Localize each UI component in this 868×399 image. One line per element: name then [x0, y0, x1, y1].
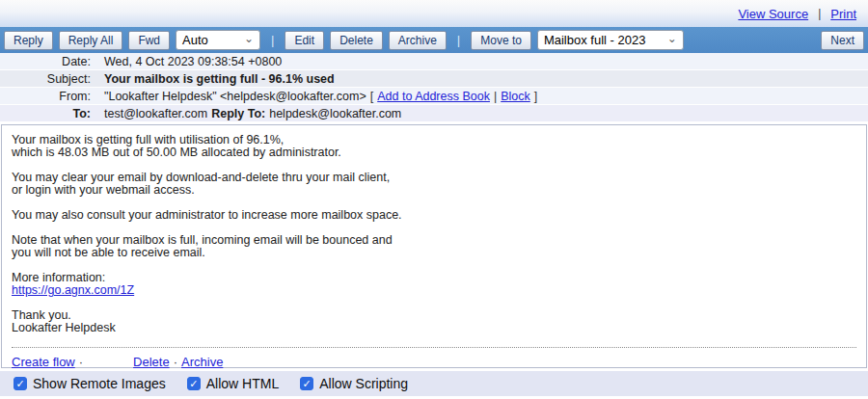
message-line: which is 48.03 MB out of 50.00 MB alloca… [12, 146, 856, 159]
message-line: You may also consult your administrator … [12, 209, 856, 222]
message-paragraph: More information: https://go.agnx.com/1Z [12, 272, 856, 297]
top-bar-separator: | [818, 7, 821, 20]
message-headers: Date: Wed, 4 Oct 2023 09:38:54 +0800 Sub… [0, 53, 868, 122]
reply-to-value: helpdesk@lookafter.com [269, 107, 401, 120]
more-info-link[interactable]: https://go.agnx.com/1Z [12, 283, 134, 297]
header-row-date: Date: Wed, 4 Oct 2023 09:38:54 +0800 [0, 53, 868, 70]
archive-link[interactable]: Archive [181, 355, 223, 369]
message-paragraph: You may clear your email by download-and… [12, 172, 856, 197]
message-line: Lookafter Helpdesk [12, 322, 856, 334]
toolbar-separator: | [271, 33, 274, 47]
date-value: Wed, 4 Oct 2023 09:38:54 +0800 [104, 55, 282, 68]
from-label: From: [0, 90, 104, 103]
dot-separator: · [174, 355, 177, 369]
allow-scripting-label: Allow Scripting [319, 376, 408, 391]
message-line: or login with your webmail access. [12, 184, 856, 197]
to-label: To: [0, 107, 104, 120]
block-link[interactable]: Block [501, 90, 530, 103]
toolbar: Reply Reply All Fwd Auto ⌄ | Edit Delete… [0, 27, 868, 53]
bracket-close: ] [534, 90, 537, 103]
top-bar: View Source | Print [0, 0, 868, 27]
allow-html-checkbox[interactable]: ✓ [187, 377, 201, 390]
mailbox-select[interactable]: Mailbox full - 2023 ⌄ [537, 30, 684, 50]
reply-mode-select[interactable]: Auto ⌄ [176, 30, 260, 50]
delete-button[interactable]: Delete [330, 31, 383, 50]
message-action-links: Create flow · Delete · Archive [12, 348, 856, 373]
toolbar-separator: | [457, 33, 460, 47]
content-options-bar: ✓ Show Remote Images ✓ Allow HTML ✓ Allo… [0, 371, 868, 396]
fwd-button[interactable]: Fwd [128, 31, 170, 50]
subject-label: Subject: [0, 72, 104, 86]
date-label: Date: [0, 55, 104, 68]
more-info-label: More information: [12, 272, 856, 284]
edit-button[interactable]: Edit [285, 31, 324, 50]
allow-scripting-option[interactable]: ✓ Allow Scripting [300, 376, 408, 391]
allow-html-label: Allow HTML [206, 376, 279, 391]
message-signature: Thank you. Lookafter Helpdesk [12, 309, 856, 334]
message-paragraph: Note that when your mailbox is full, inc… [12, 234, 856, 259]
allow-scripting-checkbox[interactable]: ✓ [300, 377, 313, 390]
delete-link[interactable]: Delete [133, 355, 170, 369]
reply-all-button[interactable]: Reply All [59, 31, 123, 50]
message-line: Thank you. [12, 309, 856, 322]
show-remote-images-label: Show Remote Images [33, 376, 166, 391]
show-remote-images-checkbox[interactable]: ✓ [14, 377, 27, 390]
reply-to-label: Reply To: [211, 107, 265, 120]
to-value: test@lookafter.com [104, 107, 207, 120]
reply-mode-selected-value: Auto [182, 33, 208, 47]
dot-separator: · [79, 355, 83, 369]
message-body-panel: Your mailbox is getting full with utilis… [1, 124, 867, 368]
header-row-from: From: "Lookafter Helpdesk" <helpdesk@loo… [0, 88, 868, 105]
message-paragraph: Your mailbox is getting full with utilis… [12, 134, 856, 159]
allow-html-option[interactable]: ✓ Allow HTML [187, 376, 279, 391]
show-remote-images-option[interactable]: ✓ Show Remote Images [14, 376, 166, 391]
next-button[interactable]: Next [821, 31, 864, 50]
from-value: "Lookafter Helpdesk" <helpdesk@lookafter… [104, 90, 366, 103]
bracket-open: [ [370, 90, 373, 103]
subject-value: Your mailbox is getting full - 96.1% use… [104, 72, 335, 86]
create-flow-link[interactable]: Create flow [12, 355, 75, 369]
view-source-link[interactable]: View Source [738, 7, 808, 21]
header-row-to: To: test@lookafter.com Reply To: helpdes… [0, 105, 868, 122]
mailbox-selected-value: Mailbox full - 2023 [544, 33, 646, 47]
add-to-address-book-link[interactable]: Add to Address Book [377, 90, 490, 103]
from-links-separator: | [494, 90, 497, 103]
move-to-button[interactable]: Move to [471, 31, 531, 50]
header-row-subject: Subject: Your mailbox is getting full - … [0, 70, 868, 88]
print-link[interactable]: Print [830, 7, 856, 21]
message-paragraph: You may also consult your administrator … [12, 209, 856, 222]
archive-button[interactable]: Archive [389, 31, 447, 50]
message-line: you will not be able to receive email. [12, 247, 856, 259]
reply-button[interactable]: Reply [4, 31, 53, 50]
